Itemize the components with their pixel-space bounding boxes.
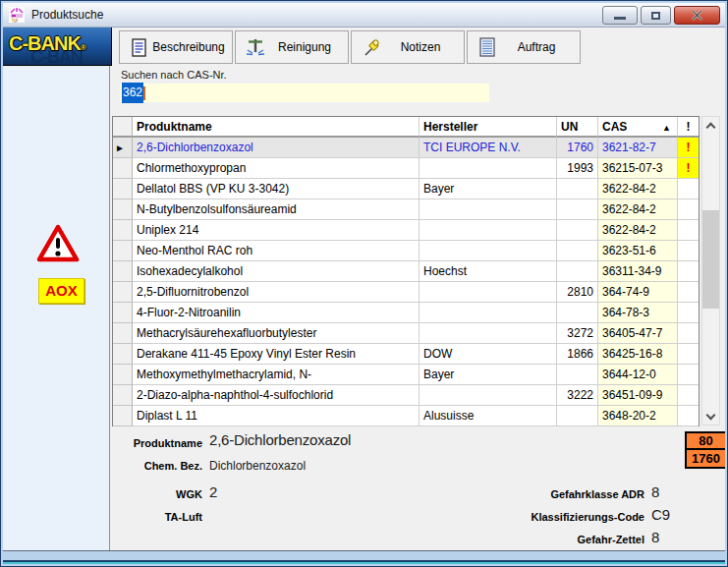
cell-alert[interactable]: ! — [678, 158, 699, 179]
table-row[interactable]: Neo-Menthol RAC roh3623-51-6 — [113, 241, 699, 261]
scrollbar-thumb[interactable] — [702, 210, 719, 309]
cell-name[interactable]: 2-Diazo-alpha-naphthol-4-sulfochlorid — [133, 385, 420, 406]
reinigung-button[interactable]: Reinigung — [235, 30, 349, 64]
table-row[interactable]: 2-Diazo-alpha-naphthol-4-sulfochlorid322… — [113, 385, 699, 406]
cell-cas[interactable]: 364-74-9 — [598, 282, 678, 303]
cell-cas[interactable]: 3622-84-2 — [598, 199, 678, 220]
cell-hersteller[interactable]: Bayer — [420, 365, 557, 385]
row-header-cell[interactable] — [113, 344, 133, 365]
cell-alert[interactable] — [678, 406, 699, 426]
cell-name[interactable]: Derakane 411-45 Epoxy Vinyl Ester Resin — [133, 344, 420, 365]
table-row[interactable]: Chlormethoxypropan199336215-07-3! — [113, 158, 699, 179]
table-row[interactable]: IsohexadecylalkoholHoechst36311-34-9 — [113, 261, 699, 282]
cell-hersteller[interactable]: Hoechst — [420, 261, 557, 282]
vertical-scrollbar[interactable] — [701, 116, 720, 425]
cas-search-input[interactable]: 362 — [120, 84, 489, 102]
cell-name[interactable]: Isohexadecylalkohol — [133, 261, 420, 282]
cell-un[interactable] — [557, 241, 598, 261]
cell-alert[interactable] — [678, 385, 699, 406]
cell-cas[interactable]: 36425-16-8 — [598, 344, 678, 365]
row-header-cell[interactable] — [113, 261, 133, 282]
cell-hersteller[interactable] — [420, 241, 557, 261]
row-header-cell[interactable] — [113, 323, 133, 344]
cell-alert[interactable] — [678, 199, 699, 220]
cell-alert[interactable] — [678, 179, 699, 199]
maximize-button[interactable] — [641, 6, 671, 25]
cell-cas[interactable]: 36405-47-7 — [598, 323, 678, 344]
title-bar[interactable]: Igi Produktsuche — [2, 2, 728, 28]
cell-alert[interactable] — [678, 261, 699, 282]
cell-un[interactable]: 1760 — [557, 138, 598, 158]
minimize-button[interactable] — [602, 6, 638, 25]
cell-un[interactable]: 3272 — [557, 323, 598, 344]
cell-alert[interactable] — [678, 344, 699, 365]
cell-un[interactable] — [557, 303, 598, 323]
row-header-cell[interactable] — [113, 365, 133, 385]
cell-name[interactable]: Diplast L 11 — [133, 406, 420, 426]
table-row[interactable]: Methacrylsäurehexafluorbutylester3272364… — [113, 323, 699, 344]
cell-cas[interactable]: 3622-84-2 — [598, 220, 678, 241]
cell-cas[interactable]: 3623-51-6 — [598, 241, 678, 261]
notizen-button[interactable]: Notizen — [351, 30, 465, 64]
row-header-cell[interactable] — [113, 179, 133, 199]
row-header-cell[interactable] — [113, 158, 133, 179]
cell-hersteller[interactable]: DOW — [420, 344, 557, 365]
cell-cas[interactable]: 36451-09-9 — [598, 385, 678, 406]
cell-alert[interactable] — [678, 282, 699, 303]
close-button[interactable] — [674, 6, 720, 25]
cell-cas[interactable]: 36311-34-9 — [598, 261, 678, 282]
row-header-cell[interactable]: ► — [113, 138, 133, 158]
column-header-un[interactable]: UN — [557, 117, 598, 138]
cell-hersteller[interactable] — [420, 158, 557, 179]
row-header-cell[interactable] — [113, 406, 133, 426]
cell-un[interactable] — [557, 406, 598, 426]
table-row[interactable]: N-Butylbenzolsulfonsäureamid3622-84-2 — [113, 199, 699, 220]
cell-cas[interactable]: 3622-84-2 — [598, 179, 678, 199]
cell-cas[interactable]: 364-78-3 — [598, 303, 678, 323]
cell-un[interactable] — [557, 179, 598, 199]
cell-name[interactable]: 2,5-Difluornitrobenzol — [133, 282, 420, 303]
column-header-produktname[interactable]: Produktname — [133, 117, 420, 138]
scroll-down-button[interactable] — [702, 408, 719, 425]
row-header-cell[interactable] — [113, 199, 133, 220]
cell-hersteller[interactable] — [420, 303, 557, 323]
cell-name[interactable]: Uniplex 214 — [133, 220, 420, 241]
auftrag-button[interactable]: Auftrag — [467, 30, 581, 64]
cell-alert[interactable] — [678, 323, 699, 344]
cell-name[interactable]: N-Butylbenzolsulfonsäureamid — [133, 199, 420, 220]
cell-alert[interactable]: ! — [678, 138, 699, 158]
column-header-alert[interactable]: ! — [678, 117, 699, 138]
row-header-cell[interactable] — [113, 385, 133, 406]
cell-alert[interactable] — [678, 365, 699, 385]
cell-name[interactable]: Neo-Menthol RAC roh — [133, 241, 420, 261]
cell-hersteller[interactable]: TCI EUROPE N.V. — [420, 138, 557, 158]
table-row[interactable]: ►2,6-DichlorbenzoxazolTCI EUROPE N.V.176… — [113, 138, 699, 158]
cell-name[interactable]: Methoxymethylmethacrylamid, N- — [133, 365, 420, 385]
table-row[interactable]: Uniplex 2143622-84-2 — [113, 220, 699, 241]
cell-un[interactable] — [557, 220, 598, 241]
cell-name[interactable]: 2,6-Dichlorbenzoxazol — [133, 138, 420, 158]
beschreibung-button[interactable]: Beschreibung — [119, 30, 233, 64]
cell-un[interactable] — [557, 261, 598, 282]
cell-cas[interactable]: 36215-07-3 — [598, 158, 678, 179]
cell-name[interactable]: 4-Fluor-2-Nitroanilin — [133, 303, 420, 323]
cell-alert[interactable] — [678, 220, 699, 241]
cell-hersteller[interactable] — [420, 220, 557, 241]
table-row[interactable]: Diplast L 11Alusuisse3648-20-2 — [113, 406, 699, 426]
cell-alert[interactable] — [678, 241, 699, 261]
column-header-cas[interactable]: CAS ▲ — [598, 117, 678, 138]
cell-un[interactable]: 2810 — [557, 282, 598, 303]
cell-alert[interactable] — [678, 303, 699, 323]
row-header-cell[interactable] — [113, 220, 133, 241]
table-row[interactable]: Methoxymethylmethacrylamid, N-Bayer3644-… — [113, 365, 699, 385]
cell-hersteller[interactable] — [420, 282, 557, 303]
row-header-cell[interactable] — [113, 282, 133, 303]
table-row[interactable]: Derakane 411-45 Epoxy Vinyl Ester ResinD… — [113, 344, 699, 365]
cell-cas[interactable]: 3648-20-2 — [598, 406, 678, 426]
cell-un[interactable]: 3222 — [557, 385, 598, 406]
cell-name[interactable]: Chlormethoxypropan — [133, 158, 420, 179]
table-row[interactable]: 2,5-Difluornitrobenzol2810364-74-9 — [113, 282, 699, 303]
table-row[interactable]: Dellatol BBS (VP KU 3-3042)Bayer3622-84-… — [113, 179, 699, 199]
cell-un[interactable]: 1866 — [557, 344, 598, 365]
cell-name[interactable]: Methacrylsäurehexafluorbutylester — [133, 323, 420, 344]
